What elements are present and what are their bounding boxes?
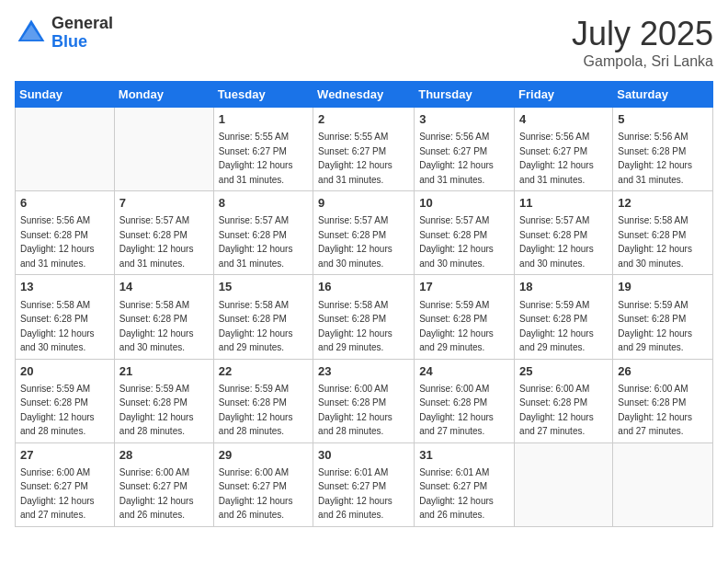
- day-info: Sunrise: 5:56 AMSunset: 6:28 PMDaylight:…: [20, 215, 95, 269]
- day-number: 17: [419, 279, 509, 295]
- day-number: 18: [519, 279, 608, 295]
- calendar-cell: [515, 442, 613, 526]
- day-info: Sunrise: 5:59 AMSunset: 6:28 PMDaylight:…: [20, 384, 95, 437]
- day-info: Sunrise: 6:00 AMSunset: 6:27 PMDaylight:…: [219, 467, 293, 521]
- day-number: 20: [20, 363, 109, 380]
- calendar-week-5: 27Sunrise: 6:00 AMSunset: 6:27 PMDayligh…: [16, 442, 713, 526]
- calendar-cell: 16Sunrise: 5:58 AMSunset: 6:28 PMDayligh…: [313, 275, 415, 359]
- day-number: 25: [519, 363, 608, 380]
- calendar-cell: 23Sunrise: 6:00 AMSunset: 6:28 PMDayligh…: [313, 359, 415, 442]
- logo-icon: [15, 17, 48, 50]
- calendar-body: 1Sunrise: 5:55 AMSunset: 6:27 PMDaylight…: [16, 108, 713, 527]
- calendar-cell: [613, 442, 713, 526]
- day-number: 3: [419, 111, 509, 128]
- day-number: 2: [318, 111, 409, 128]
- day-info: Sunrise: 5:57 AMSunset: 6:28 PMDaylight:…: [318, 215, 392, 269]
- day-number: 9: [318, 195, 409, 212]
- day-number: 31: [419, 447, 509, 464]
- calendar-cell: 3Sunrise: 5:56 AMSunset: 6:27 PMDaylight…: [415, 108, 515, 191]
- day-number: 12: [618, 195, 708, 212]
- day-number: 27: [20, 447, 109, 464]
- day-info: Sunrise: 5:58 AMSunset: 6:28 PMDaylight:…: [219, 300, 293, 353]
- calendar-cell: 15Sunrise: 5:58 AMSunset: 6:28 PMDayligh…: [213, 275, 313, 359]
- weekday-header-row: SundayMondayTuesdayWednesdayThursdayFrid…: [16, 82, 713, 108]
- calendar-cell: 6Sunrise: 5:56 AMSunset: 6:28 PMDaylight…: [16, 191, 115, 275]
- day-info: Sunrise: 5:58 AMSunset: 6:28 PMDaylight:…: [618, 215, 692, 269]
- day-info: Sunrise: 5:59 AMSunset: 6:28 PMDaylight:…: [519, 300, 594, 353]
- day-info: Sunrise: 5:59 AMSunset: 6:28 PMDaylight:…: [618, 300, 692, 353]
- weekday-tuesday: Tuesday: [213, 82, 313, 108]
- day-info: Sunrise: 5:55 AMSunset: 6:27 PMDaylight:…: [219, 132, 293, 185]
- day-number: 21: [119, 363, 209, 380]
- day-number: 13: [20, 279, 109, 295]
- day-number: 26: [618, 363, 708, 380]
- logo: General Blue: [15, 15, 113, 52]
- calendar: SundayMondayTuesdayWednesdayThursdayFrid…: [15, 81, 713, 527]
- calendar-cell: 18Sunrise: 5:59 AMSunset: 6:28 PMDayligh…: [515, 275, 613, 359]
- day-number: 22: [219, 363, 308, 380]
- calendar-cell: 13Sunrise: 5:58 AMSunset: 6:28 PMDayligh…: [16, 275, 115, 359]
- weekday-thursday: Thursday: [415, 82, 515, 108]
- day-info: Sunrise: 5:56 AMSunset: 6:27 PMDaylight:…: [519, 132, 594, 185]
- weekday-friday: Friday: [515, 82, 613, 108]
- calendar-week-4: 20Sunrise: 5:59 AMSunset: 6:28 PMDayligh…: [16, 359, 713, 442]
- calendar-cell: 28Sunrise: 6:00 AMSunset: 6:27 PMDayligh…: [114, 442, 213, 526]
- calendar-cell: 17Sunrise: 5:59 AMSunset: 6:28 PMDayligh…: [415, 275, 515, 359]
- day-info: Sunrise: 6:00 AMSunset: 6:28 PMDaylight:…: [618, 384, 692, 437]
- day-number: 10: [419, 195, 509, 212]
- day-info: Sunrise: 5:59 AMSunset: 6:28 PMDaylight:…: [119, 384, 194, 437]
- day-info: Sunrise: 6:00 AMSunset: 6:28 PMDaylight:…: [419, 384, 494, 437]
- calendar-cell: 27Sunrise: 6:00 AMSunset: 6:27 PMDayligh…: [16, 442, 115, 526]
- calendar-cell: 12Sunrise: 5:58 AMSunset: 6:28 PMDayligh…: [613, 191, 713, 275]
- calendar-cell: [114, 108, 213, 191]
- calendar-cell: 1Sunrise: 5:55 AMSunset: 6:27 PMDaylight…: [213, 108, 313, 191]
- day-number: 6: [20, 195, 109, 212]
- day-info: Sunrise: 6:01 AMSunset: 6:27 PMDaylight:…: [419, 467, 494, 521]
- calendar-cell: [16, 108, 115, 191]
- day-info: Sunrise: 5:58 AMSunset: 6:28 PMDaylight:…: [318, 300, 392, 353]
- day-number: 29: [219, 447, 308, 464]
- calendar-cell: 29Sunrise: 6:00 AMSunset: 6:27 PMDayligh…: [213, 442, 313, 526]
- month-year: July 2025: [572, 15, 713, 53]
- day-number: 1: [219, 111, 308, 128]
- day-info: Sunrise: 5:57 AMSunset: 6:28 PMDaylight:…: [119, 215, 194, 269]
- day-info: Sunrise: 6:00 AMSunset: 6:27 PMDaylight:…: [20, 467, 95, 521]
- calendar-cell: 11Sunrise: 5:57 AMSunset: 6:28 PMDayligh…: [515, 191, 613, 275]
- calendar-cell: 26Sunrise: 6:00 AMSunset: 6:28 PMDayligh…: [613, 359, 713, 442]
- calendar-header: SundayMondayTuesdayWednesdayThursdayFrid…: [16, 82, 713, 108]
- title-block: July 2025 Gampola, Sri Lanka: [572, 15, 713, 70]
- location: Gampola, Sri Lanka: [572, 53, 713, 70]
- calendar-week-1: 1Sunrise: 5:55 AMSunset: 6:27 PMDaylight…: [16, 108, 713, 191]
- day-number: 11: [519, 195, 608, 212]
- day-info: Sunrise: 5:57 AMSunset: 6:28 PMDaylight:…: [219, 215, 293, 269]
- day-info: Sunrise: 6:00 AMSunset: 6:28 PMDaylight:…: [519, 384, 594, 437]
- day-info: Sunrise: 5:56 AMSunset: 6:27 PMDaylight:…: [419, 132, 494, 185]
- logo-general: General: [51, 14, 113, 32]
- calendar-cell: 19Sunrise: 5:59 AMSunset: 6:28 PMDayligh…: [613, 275, 713, 359]
- day-info: Sunrise: 5:57 AMSunset: 6:28 PMDaylight:…: [519, 215, 594, 269]
- calendar-cell: 30Sunrise: 6:01 AMSunset: 6:27 PMDayligh…: [313, 442, 415, 526]
- day-info: Sunrise: 6:01 AMSunset: 6:27 PMDaylight:…: [318, 467, 392, 521]
- calendar-week-3: 13Sunrise: 5:58 AMSunset: 6:28 PMDayligh…: [16, 275, 713, 359]
- calendar-cell: 9Sunrise: 5:57 AMSunset: 6:28 PMDaylight…: [313, 191, 415, 275]
- day-number: 30: [318, 447, 409, 464]
- calendar-cell: 7Sunrise: 5:57 AMSunset: 6:28 PMDaylight…: [114, 191, 213, 275]
- weekday-saturday: Saturday: [613, 82, 713, 108]
- logo-text: General Blue: [51, 15, 113, 52]
- day-number: 15: [219, 279, 308, 295]
- day-number: 28: [119, 447, 209, 464]
- day-number: 24: [419, 363, 509, 380]
- calendar-cell: 8Sunrise: 5:57 AMSunset: 6:28 PMDaylight…: [213, 191, 313, 275]
- calendar-week-2: 6Sunrise: 5:56 AMSunset: 6:28 PMDaylight…: [16, 191, 713, 275]
- weekday-wednesday: Wednesday: [313, 82, 415, 108]
- calendar-cell: 4Sunrise: 5:56 AMSunset: 6:27 PMDaylight…: [515, 108, 613, 191]
- calendar-cell: 31Sunrise: 6:01 AMSunset: 6:27 PMDayligh…: [415, 442, 515, 526]
- day-number: 5: [618, 111, 708, 128]
- day-info: Sunrise: 6:00 AMSunset: 6:27 PMDaylight:…: [119, 467, 194, 521]
- calendar-cell: 20Sunrise: 5:59 AMSunset: 6:28 PMDayligh…: [16, 359, 115, 442]
- calendar-cell: 10Sunrise: 5:57 AMSunset: 6:28 PMDayligh…: [415, 191, 515, 275]
- weekday-sunday: Sunday: [16, 82, 115, 108]
- calendar-cell: 14Sunrise: 5:58 AMSunset: 6:28 PMDayligh…: [114, 275, 213, 359]
- day-number: 19: [618, 279, 708, 295]
- calendar-cell: 22Sunrise: 5:59 AMSunset: 6:28 PMDayligh…: [213, 359, 313, 442]
